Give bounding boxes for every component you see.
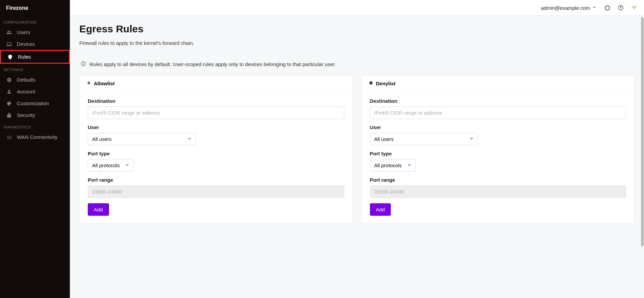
- devices-icon: [6, 41, 12, 47]
- deny-port-range-label: Port range: [370, 177, 626, 183]
- status-circle-icon[interactable]: [604, 5, 610, 11]
- sidebar-section-settings: SETTINGS: [0, 64, 70, 74]
- sidebar-section-configuration: CONFIGURATION: [0, 16, 70, 26]
- deny-port-type-select[interactable]: All protocols: [370, 159, 416, 172]
- sidebar-item-security[interactable]: Security: [0, 109, 70, 121]
- denylist-card: Denylist Destination User All users: [361, 76, 635, 224]
- sidebar-item-customization[interactable]: Customization: [0, 97, 70, 109]
- page-title: Egress Rules: [79, 23, 635, 35]
- allow-port-range-label: Port range: [88, 177, 344, 183]
- allowlist-icon: [86, 81, 91, 86]
- deny-port-range-input: [370, 185, 626, 198]
- sidebar-item-label: Security: [17, 112, 35, 118]
- sidebar-item-label: Customization: [17, 100, 49, 106]
- gear-icon: [6, 77, 12, 83]
- allow-user-label: User: [88, 124, 344, 130]
- sidebar-section-diagnostics: DIAGNOSTICS: [0, 121, 70, 131]
- user-email: admin@example.com: [541, 5, 590, 11]
- denylist-header: Denylist: [362, 76, 635, 91]
- sidebar-item-rules[interactable]: Rules: [0, 50, 70, 64]
- deny-user-label: User: [370, 124, 626, 130]
- info-icon: [81, 61, 86, 67]
- allowlist-header: Allowlist: [80, 76, 352, 91]
- page-description: Firewall rules to apply to the kernel's …: [79, 40, 635, 46]
- deny-destination-label: Destination: [370, 98, 626, 104]
- security-icon: [6, 113, 12, 118]
- users-icon: [6, 30, 12, 35]
- deny-port-type-label: Port type: [370, 151, 626, 156]
- account-icon: [6, 89, 12, 94]
- info-text: Rules apply to all devices by default. U…: [89, 61, 336, 67]
- deny-user-select[interactable]: All users: [370, 133, 478, 145]
- svg-point-2: [634, 9, 635, 10]
- svg-rect-8: [371, 84, 371, 84]
- sidebar-item-label: Rules: [18, 54, 31, 60]
- sidebar-item-defaults[interactable]: Defaults: [0, 74, 70, 86]
- allowlist-title: Allowlist: [94, 81, 115, 86]
- wan-icon: ((·)): [6, 135, 12, 139]
- denylist-icon: [369, 81, 373, 86]
- allow-port-type-select[interactable]: All protocols: [88, 159, 134, 172]
- svg-point-1: [620, 9, 621, 9]
- allow-user-select[interactable]: All users: [88, 133, 196, 145]
- allowlist-card: Allowlist Destination User All users: [79, 76, 353, 224]
- allow-port-type-label: Port type: [88, 151, 344, 156]
- allow-port-range-input: [88, 185, 344, 198]
- sidebar-item-wan[interactable]: ((·)) WAN Connectivity: [0, 131, 70, 143]
- sidebar-item-label: WAN Connectivity: [17, 134, 57, 140]
- content: Egress Rules Firewall rules to apply to …: [70, 16, 644, 298]
- chevron-down-icon: [592, 5, 597, 11]
- sidebar-item-users[interactable]: Users: [0, 26, 70, 38]
- sidebar-item-label: Defaults: [17, 77, 35, 83]
- sidebar-item-label: Users: [17, 29, 30, 35]
- allow-destination-label: Destination: [88, 98, 344, 104]
- sidebar: Firezone CONFIGURATION Users Devices Rul…: [0, 0, 70, 298]
- sidebar-item-label: Devices: [17, 41, 35, 47]
- sidebar-item-devices[interactable]: Devices: [0, 38, 70, 50]
- deny-destination-input[interactable]: [370, 107, 626, 119]
- info-banner: Rules apply to all devices by default. U…: [70, 54, 644, 71]
- main-area: admin@example.com Egress Rules Firewall …: [70, 0, 644, 298]
- denylist-title: Denylist: [376, 81, 396, 86]
- svg-point-5: [83, 63, 83, 63]
- brand[interactable]: Firezone: [0, 0, 70, 16]
- topbar: admin@example.com: [70, 0, 644, 16]
- allow-destination-input[interactable]: [88, 107, 344, 119]
- sidebar-item-account[interactable]: Account: [0, 86, 70, 97]
- svg-rect-7: [371, 82, 371, 83]
- rules-icon: [7, 54, 13, 60]
- page-header: Egress Rules Firewall rules to apply to …: [70, 16, 644, 54]
- user-menu[interactable]: admin@example.com: [541, 5, 597, 11]
- wifi-icon[interactable]: [631, 5, 637, 11]
- customization-icon: [6, 101, 12, 106]
- allow-add-button[interactable]: Add: [88, 203, 109, 216]
- deny-add-button[interactable]: Add: [370, 203, 391, 216]
- scrollbar-thumb[interactable]: [641, 17, 644, 246]
- sidebar-item-label: Account: [17, 89, 35, 94]
- help-icon[interactable]: [618, 5, 624, 11]
